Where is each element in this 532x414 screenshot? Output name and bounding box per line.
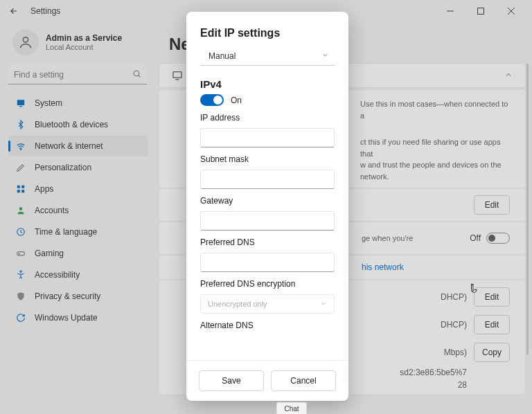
dialog-title: Edit IP settings — [200, 27, 335, 39]
edit-ip-settings-dialog: Edit IP settings Manual IPv4 On IP addre… — [186, 12, 348, 401]
ip-address-input[interactable] — [200, 128, 335, 147]
preferred-dns-input[interactable] — [200, 253, 335, 272]
preferred-dns-encryption-select: Unencrypted only — [200, 294, 335, 314]
cancel-button[interactable]: Cancel — [271, 370, 336, 391]
alternate-dns-label: Alternate DNS — [200, 321, 335, 330]
chevron-down-icon — [321, 51, 329, 61]
subnet-mask-input[interactable] — [200, 170, 335, 189]
preferred-dns-label: Preferred DNS — [200, 237, 335, 247]
ipv4-toggle[interactable]: On — [200, 94, 335, 106]
chat-dock[interactable]: Chat — [276, 402, 307, 414]
save-button[interactable]: Save — [199, 370, 264, 391]
preferred-dns-encryption-label: Preferred DNS encryption — [200, 279, 335, 289]
gateway-label: Gateway — [200, 196, 335, 206]
subnet-mask-label: Subnet mask — [200, 154, 335, 164]
ip-mode-select[interactable]: Manual — [200, 46, 335, 66]
ip-address-label: IP address — [200, 113, 335, 123]
ipv4-heading: IPv4 — [200, 78, 335, 90]
toggle-switch-on[interactable] — [200, 94, 224, 106]
gateway-input[interactable] — [200, 211, 335, 231]
chevron-down-icon — [319, 300, 327, 309]
